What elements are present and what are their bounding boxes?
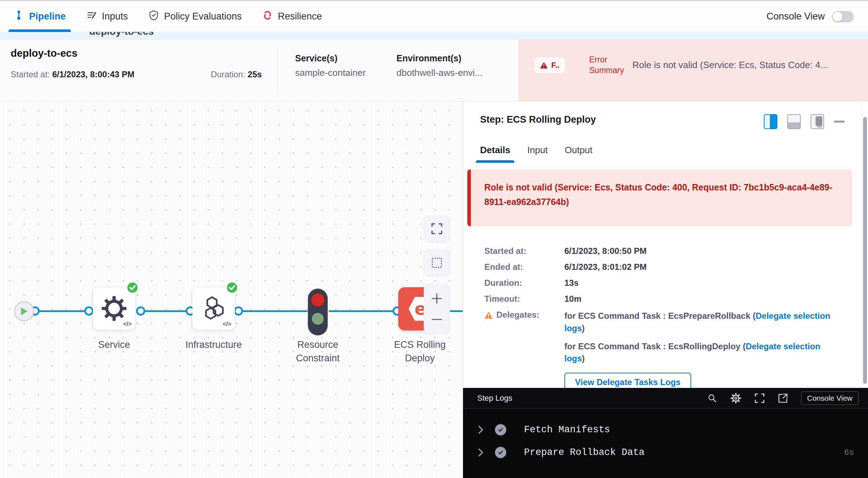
- fullscreen-icon: [431, 223, 443, 235]
- tab-details[interactable]: Details: [480, 145, 510, 163]
- services-value[interactable]: sample-container: [295, 67, 366, 78]
- step-details-panel: Step: ECS Rolling Deploy Details Input O…: [463, 101, 868, 478]
- tab-resilience-label: Resilience: [278, 11, 322, 22]
- panel-scrollbar-thumb[interactable]: [863, 117, 867, 384]
- services-label: Service(s): [295, 53, 338, 63]
- layout-horizontal-split-icon[interactable]: [787, 114, 801, 129]
- hexagons-icon: [200, 295, 227, 322]
- tab-pipeline-label: Pipeline: [29, 11, 66, 22]
- edge-start-service: [35, 310, 89, 312]
- canvas-marquee-select-button[interactable]: [424, 250, 450, 276]
- detail-row-duration: Duration: 13s: [484, 278, 840, 288]
- detail-row-timeout: Timeout: 10m: [484, 294, 840, 304]
- tab-policy-evaluations[interactable]: Policy Evaluations: [148, 1, 242, 32]
- tab-inputs-label: Inputs: [102, 11, 128, 22]
- detail-label: Duration:: [484, 278, 564, 288]
- layout-right-drawer-icon[interactable]: [811, 114, 824, 129]
- tab-policy-evaluations-label: Policy Evaluations: [164, 11, 242, 22]
- detail-row-started: Started at: 6/1/2023, 8:00:50 PM: [484, 246, 840, 256]
- breadcrumb-strip: deploy-to-ecs: [0, 32, 868, 40]
- log-success-check-icon: [495, 424, 506, 435]
- failed-status-badge: F..: [534, 57, 565, 73]
- canvas-zoom-panel: [424, 284, 450, 334]
- logs-search-icon[interactable]: [707, 393, 717, 404]
- top-nav-tabs: Pipeline Inputs Policy Evaluations Resil…: [0, 1, 322, 32]
- detail-value: 6/1/2023, 8:01:02 PM: [564, 262, 647, 272]
- panel-minimize-icon[interactable]: [834, 121, 845, 123]
- node-ecs-rolling-deploy-label: ECS Rolling Deploy: [381, 338, 459, 365]
- zoom-in-icon[interactable]: [431, 293, 443, 305]
- pipeline-execution-page: Pipeline Inputs Policy Evaluations Resil…: [0, 0, 868, 478]
- started-at-label: Started at:: [11, 70, 52, 79]
- step-logs-header: Step Logs: [463, 388, 868, 408]
- logs-fullscreen-icon[interactable]: [754, 393, 765, 404]
- detail-value: 13s: [564, 278, 579, 288]
- step-logs-toolbar: Console View: [707, 391, 858, 405]
- pipeline-name: deploy-to-ecs: [11, 48, 78, 59]
- error-summary-label: Error Summary: [589, 55, 632, 76]
- yaml-code-glyph: </>: [123, 321, 132, 328]
- warning-triangle-icon: [540, 62, 548, 69]
- logs-settings-gear-icon[interactable]: [730, 393, 742, 404]
- clipped-pipeline-title: deploy-to-ecs: [89, 32, 154, 37]
- chevron-right-icon[interactable]: [478, 425, 489, 434]
- detail-row-delegates: Delegates: for ECS Command Task : EcsPre…: [484, 310, 840, 392]
- canvas-fullscreen-button[interactable]: [424, 216, 450, 242]
- tab-input[interactable]: Input: [527, 145, 548, 163]
- node-resource-constraint[interactable]: [308, 289, 328, 335]
- step-panel-title: Step: ECS Rolling Deploy: [480, 114, 596, 125]
- edge-dot: [84, 306, 94, 316]
- traffic-light-green: [311, 312, 325, 326]
- tab-pipeline[interactable]: Pipeline: [13, 1, 66, 32]
- pipeline-canvas[interactable]: </> Service </> Infrastructure Resource …: [0, 101, 463, 478]
- top-nav: Pipeline Inputs Policy Evaluations Resil…: [0, 0, 868, 32]
- traffic-light-red: [310, 293, 325, 307]
- tab-inputs[interactable]: Inputs: [86, 1, 128, 32]
- error-summary-banner: F.. Error Summary Role is not valid (Ser…: [518, 40, 868, 101]
- zoom-out-icon[interactable]: [431, 313, 443, 326]
- toggle-knob: [833, 12, 842, 22]
- failed-badge-text: F..: [551, 61, 559, 70]
- delegate-line: for ECS Command Task : EcsPrepareRollbac…: [564, 310, 840, 335]
- detail-row-ended: Ended at: 6/1/2023, 8:01:02 PM: [484, 262, 840, 272]
- log-success-check-icon: [495, 447, 506, 458]
- started-at-value: 6/1/2023, 8:00:43 PM: [52, 70, 134, 79]
- chevron-right-icon[interactable]: [478, 448, 489, 457]
- log-row-prepare-rollback-data[interactable]: Prepare Rollback Data 6s: [463, 441, 868, 464]
- marquee-select-icon: [431, 257, 443, 269]
- step-error-message: Role is not valid (Service: Ecs, Status …: [484, 180, 840, 210]
- step-details-list: Started at: 6/1/2023, 8:00:50 PM Ended a…: [484, 246, 840, 392]
- detail-value: 6/1/2023, 8:00:50 PM: [564, 246, 647, 256]
- layout-vertical-split-icon[interactable]: [764, 114, 777, 129]
- environments-value[interactable]: dbothwell-aws-envi...: [396, 67, 483, 78]
- delegate-line-text: ): [582, 354, 585, 363]
- edge-infra-constraint: [238, 310, 308, 312]
- duration-value: 25s: [248, 70, 262, 79]
- node-infrastructure-label: Infrastructure: [175, 338, 253, 352]
- header-divider: [277, 48, 278, 93]
- console-view-label: Console View: [766, 11, 825, 22]
- console-view-toggle[interactable]: [832, 11, 854, 22]
- log-row-fetch-manifests[interactable]: Fetch Manifests: [463, 418, 868, 441]
- execution-header: deploy-to-ecs Started at: 6/1/2023, 8:00…: [0, 40, 868, 101]
- node-infrastructure[interactable]: </>: [192, 287, 235, 330]
- node-service-label: Service: [75, 338, 153, 352]
- edge-service-infra: [140, 310, 190, 312]
- edge-dot: [136, 306, 145, 316]
- step-logs-title: Step Logs: [477, 394, 512, 403]
- node-resource-constraint-label: Resource Constraint: [279, 338, 357, 365]
- error-summary-message: Role is not valid (Service: Ecs, Status …: [632, 60, 863, 71]
- pipeline-start-node[interactable]: [14, 301, 34, 321]
- logs-console-view-button[interactable]: Console View: [801, 391, 858, 405]
- step-error-box: Role is not valid (Service: Ecs, Status …: [467, 169, 852, 226]
- logs-open-external-icon[interactable]: [778, 393, 788, 404]
- yaml-code-glyph: </>: [222, 321, 231, 328]
- log-step-duration: 6s: [844, 448, 854, 457]
- tab-resilience[interactable]: Resilience: [262, 1, 322, 32]
- node-service[interactable]: </>: [93, 287, 135, 330]
- pipeline-icon: [13, 10, 24, 23]
- gear-icon: [101, 295, 128, 322]
- step-logs-section: Step Logs: [463, 388, 868, 478]
- tab-output[interactable]: Output: [565, 145, 592, 163]
- environments-label: Environment(s): [396, 53, 461, 63]
